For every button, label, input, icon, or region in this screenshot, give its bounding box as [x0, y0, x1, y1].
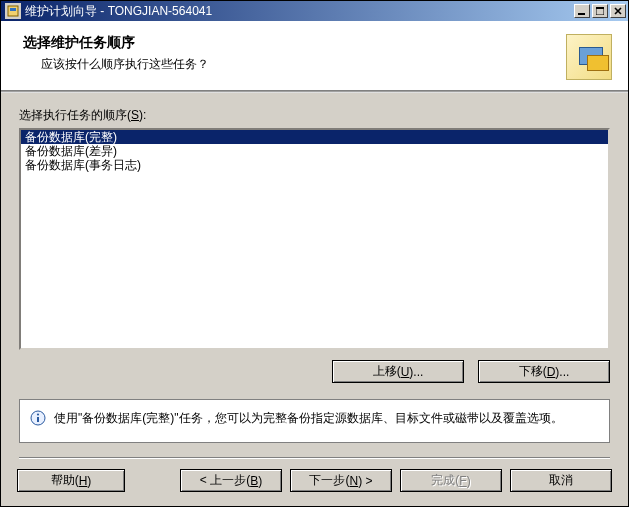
svg-rect-4 [596, 7, 604, 9]
back-button[interactable]: < 上一步(B) [180, 469, 282, 492]
list-label: 选择执行任务的顺序(S): [19, 107, 610, 124]
wizard-footer: 帮助(H) < 上一步(B) 下一步(N) > 完成(F) 取消 [1, 469, 628, 506]
maximize-button[interactable] [592, 4, 608, 18]
list-item[interactable]: 备份数据库(事务日志) [21, 158, 608, 172]
minimize-button[interactable] [574, 4, 590, 18]
list-item[interactable]: 备份数据库(差异) [21, 144, 608, 158]
move-up-button[interactable]: 上移(U)... [332, 360, 464, 383]
svg-rect-2 [578, 13, 585, 15]
wizard-header: 选择维护任务顺序 应该按什么顺序执行这些任务？ [1, 22, 628, 91]
move-down-button[interactable]: 下移(D)... [478, 360, 610, 383]
client-area: 选择维护任务顺序 应该按什么顺序执行这些任务？ 选择执行任务的顺序(S): 备份… [1, 21, 628, 506]
wizard-art-icon [566, 34, 612, 80]
page-title: 选择维护任务顺序 [23, 34, 556, 52]
cancel-button[interactable]: 取消 [510, 469, 612, 492]
task-order-listbox[interactable]: 备份数据库(完整)备份数据库(差异)备份数据库(事务日志) [19, 128, 610, 350]
svg-rect-1 [10, 8, 16, 11]
help-button[interactable]: 帮助(H) [17, 469, 125, 492]
info-panel: 使用"备份数据库(完整)"任务，您可以为完整备份指定源数据库、目标文件或磁带以及… [19, 399, 610, 443]
close-button[interactable] [610, 4, 626, 18]
window-title: 维护计划向导 - TONGJIAN-564041 [25, 3, 572, 20]
svg-rect-7 [37, 417, 39, 422]
divider [19, 457, 610, 459]
titlebar[interactable]: 维护计划向导 - TONGJIAN-564041 [1, 1, 628, 21]
info-text: 使用"备份数据库(完整)"任务，您可以为完整备份指定源数据库、目标文件或磁带以及… [54, 410, 563, 427]
info-icon [30, 410, 46, 426]
app-icon [5, 3, 21, 19]
next-button[interactable]: 下一步(N) > [290, 469, 392, 492]
list-item[interactable]: 备份数据库(完整) [21, 130, 608, 144]
wizard-window: 维护计划向导 - TONGJIAN-564041 选择维护任务顺序 应该按什么顺… [0, 0, 629, 507]
svg-point-6 [37, 413, 39, 415]
page-subtitle: 应该按什么顺序执行这些任务？ [23, 56, 556, 73]
finish-button[interactable]: 完成(F) [400, 469, 502, 492]
